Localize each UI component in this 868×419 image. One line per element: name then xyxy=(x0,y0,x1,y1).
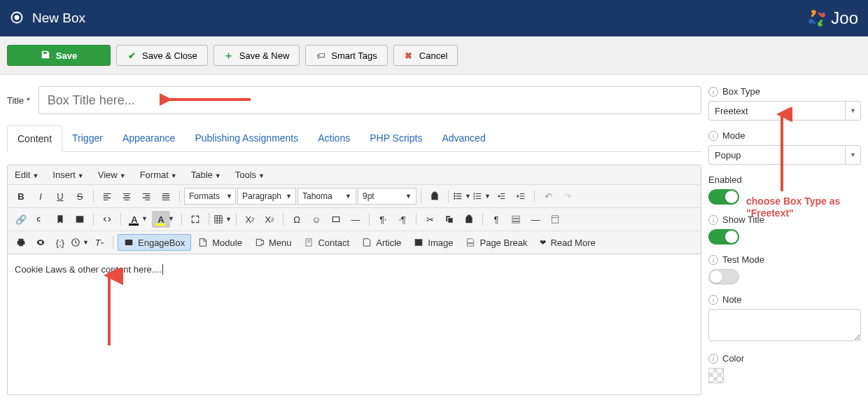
template-button[interactable] xyxy=(546,211,564,228)
bold-button[interactable]: B xyxy=(12,188,30,205)
superscript-button[interactable]: X2 xyxy=(260,211,279,228)
annotation-arrow-content xyxy=(95,268,123,352)
info-icon: i xyxy=(708,87,718,97)
save-close-button[interactable]: ✔ Save & Close xyxy=(116,45,208,66)
align-center-button[interactable] xyxy=(118,188,136,205)
pagebreak-button[interactable]: Page Break xyxy=(460,234,533,251)
chevron-down-icon: ▼ xyxy=(845,146,860,164)
align-justify-button[interactable] xyxy=(157,188,175,205)
underline-button[interactable]: U xyxy=(51,188,69,205)
image-insert-button[interactable]: Image xyxy=(408,234,458,251)
article-button[interactable]: Article xyxy=(356,234,407,251)
specialchar-button[interactable]: Ω xyxy=(288,211,306,228)
align-right-button[interactable] xyxy=(137,188,155,205)
fullscreen-button[interactable] xyxy=(186,211,204,228)
title-input[interactable] xyxy=(38,86,701,114)
menu-format[interactable]: Format▼ xyxy=(140,170,177,180)
smart-tags-button[interactable]: 🏷 Smart Tags xyxy=(305,45,388,66)
unlink-button[interactable] xyxy=(31,211,50,228)
show-title-toggle[interactable] xyxy=(708,229,739,245)
main-wrap: Title * Content Trigger Appearance Publi… xyxy=(0,75,868,402)
contact-button[interactable]: Contact xyxy=(298,234,355,251)
menu-view[interactable]: View▼ xyxy=(98,170,126,180)
ltr-button[interactable]: ¶› xyxy=(374,211,392,228)
tab-advanced[interactable]: Advanced xyxy=(432,125,495,151)
redo-button[interactable]: ↷ xyxy=(559,188,577,205)
module-button[interactable]: Module xyxy=(192,234,248,251)
copy-button[interactable] xyxy=(440,211,458,228)
paste-button[interactable] xyxy=(460,211,478,228)
color-picker[interactable] xyxy=(708,368,724,383)
tab-appearance[interactable]: Appearance xyxy=(113,125,186,151)
paste-text-button[interactable] xyxy=(426,188,444,205)
info-icon: i xyxy=(708,131,718,141)
clearformat-button[interactable]: T× xyxy=(90,234,108,251)
media-button[interactable] xyxy=(327,211,345,228)
bookmark-button[interactable] xyxy=(51,211,69,228)
bullets-button[interactable]: ▼ xyxy=(453,188,471,205)
fontsize-select[interactable]: 9pt▼ xyxy=(358,188,416,205)
align-left-button[interactable] xyxy=(98,188,116,205)
undo-button[interactable]: ↶ xyxy=(539,188,557,205)
forecolor-button[interactable]: A▼ xyxy=(125,211,144,228)
menu-insert-button[interactable]: Menu xyxy=(249,234,298,251)
box-type-select[interactable]: Freetext ▼ xyxy=(708,101,861,121)
editor-toolbar-3: {;} ▼ T× EngageBox Module Menu Contact A… xyxy=(8,231,701,254)
show-blocks-button[interactable] xyxy=(507,211,525,228)
strike-button[interactable]: S xyxy=(71,188,89,205)
tab-php[interactable]: PHP Scripts xyxy=(360,125,432,151)
formats-select[interactable]: Formats▼ xyxy=(184,188,236,205)
menu-insert[interactable]: Insert▼ xyxy=(52,170,83,180)
cancel-button[interactable]: ✖ Cancel xyxy=(393,45,458,66)
tab-content[interactable]: Content xyxy=(7,125,62,152)
tab-actions[interactable]: Actions xyxy=(308,125,360,151)
backcolor-button[interactable]: A▼ xyxy=(152,211,170,228)
codesample-button[interactable]: {;} xyxy=(51,234,69,251)
info-icon: i xyxy=(708,255,718,265)
save-button[interactable]: Save xyxy=(7,45,111,66)
preview-button[interactable] xyxy=(31,234,50,251)
editor-body[interactable]: Cookie Laws & other content here.... xyxy=(8,254,701,394)
test-mode-toggle[interactable] xyxy=(708,269,739,284)
cut-button[interactable]: ✂ xyxy=(421,211,439,228)
emoji-button[interactable]: ☺ xyxy=(307,211,326,228)
numbers-button[interactable]: ▼ xyxy=(472,188,491,205)
code-button[interactable] xyxy=(98,211,116,228)
italic-button[interactable]: I xyxy=(31,188,50,205)
save-new-button[interactable]: ＋ Save & New xyxy=(214,45,300,66)
indent-button[interactable] xyxy=(512,188,530,205)
mode-select[interactable]: Popup ▼ xyxy=(708,145,861,165)
save-icon xyxy=(41,50,50,62)
outdent-button[interactable] xyxy=(492,188,510,205)
info-icon: i xyxy=(708,215,718,225)
rtl-button[interactable]: ‹¶ xyxy=(393,211,412,228)
link-button[interactable]: 🔗 xyxy=(12,211,30,228)
nbsp-button[interactable]: ― xyxy=(526,211,545,228)
tab-publishing[interactable]: Publishing Assignments xyxy=(185,125,308,151)
header-left: New Box xyxy=(10,11,85,27)
sidebar: iBox Type Freetext ▼ iMode Popup ▼ Enabl… xyxy=(708,75,868,402)
readmore-button[interactable]: ❤Read More xyxy=(534,234,601,251)
menu-edit[interactable]: Edit▼ xyxy=(15,170,38,180)
table-insert-button[interactable]: ▼ xyxy=(214,211,232,228)
rich-editor: Edit▼ Insert▼ View▼ Format▼ Table▼ Tools… xyxy=(7,165,701,395)
action-toolbar: Save ✔ Save & Close ＋ Save & New 🏷 Smart… xyxy=(0,36,868,75)
show-invisible-button[interactable]: ¶ xyxy=(487,211,505,228)
field-color: iColor xyxy=(708,353,861,383)
editor-toolbar-2: 🔗 A▼ A▼ ▼ X2 X2 Ω ☺ xyxy=(8,208,701,231)
svg-point-1 xyxy=(15,15,19,19)
note-input[interactable] xyxy=(708,309,861,341)
image-button[interactable] xyxy=(71,211,89,228)
subscript-button[interactable]: X2 xyxy=(241,211,259,228)
menu-table[interactable]: Table▼ xyxy=(191,170,221,180)
enabled-toggle[interactable] xyxy=(708,189,739,205)
insertdatetime-button[interactable]: ▼ xyxy=(71,234,89,251)
tab-trigger[interactable]: Trigger xyxy=(62,125,113,151)
paragraph-select[interactable]: Paragraph▼ xyxy=(237,188,296,205)
menu-tools[interactable]: Tools▼ xyxy=(235,170,265,180)
tabs: Content Trigger Appearance Publishing As… xyxy=(7,125,701,152)
font-select[interactable]: Tahoma▼ xyxy=(298,188,356,205)
engagebox-button[interactable]: EngageBox xyxy=(118,234,191,251)
print-button[interactable] xyxy=(12,234,30,251)
hr-button[interactable]: ― xyxy=(346,211,365,228)
